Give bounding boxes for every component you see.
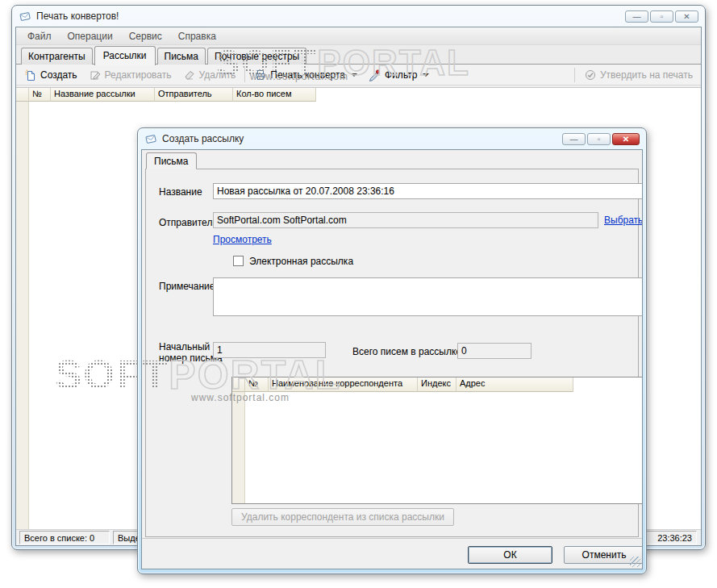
correspondents-header-row: № Наименование корреспондента Индекс Адр… xyxy=(232,377,573,392)
create-mailing-dialog: Создать рассылку — ▫ ✕ Письма Название О… xyxy=(137,127,647,574)
start-number-input[interactable] xyxy=(213,342,326,358)
close-button[interactable]: ✕ xyxy=(675,10,698,23)
filter-button-label: Фильтр xyxy=(385,69,417,81)
dialog-maximize-button[interactable]: ▫ xyxy=(587,133,611,145)
dialog-client-area: Письма Название Отправитель Выбрать Прос… xyxy=(141,149,643,569)
choose-sender-link[interactable]: Выбрать xyxy=(604,215,643,226)
approve-print-button[interactable]: Утвердить на печать xyxy=(579,67,698,83)
total-letters-input[interactable] xyxy=(457,343,531,359)
create-button[interactable]: Создать xyxy=(19,67,82,83)
header-letter-count[interactable]: Кол-во писем xyxy=(233,88,316,102)
note-textarea[interactable] xyxy=(213,277,643,316)
filter-button[interactable]: Фильтр xyxy=(364,67,434,83)
minimize-button[interactable]: — xyxy=(625,10,648,23)
envelope-icon xyxy=(144,132,157,145)
corr-row-selector-column xyxy=(232,392,245,503)
correspondents-table[interactable]: № Наименование корреспондента Индекс Адр… xyxy=(231,377,643,504)
sender-input[interactable] xyxy=(213,212,598,228)
total-letters-label: Всего писем в рассылке xyxy=(352,346,461,357)
printer-icon xyxy=(254,69,267,81)
tab-kontragenty[interactable]: Контрагенты xyxy=(21,48,93,65)
dialog-title: Создать рассылку xyxy=(162,133,557,144)
note-label: Примечание xyxy=(159,281,215,292)
header-selector[interactable] xyxy=(16,88,29,102)
edit-button[interactable]: Редактировать xyxy=(84,67,177,83)
dialog-close-button[interactable]: ✕ xyxy=(612,133,640,145)
menu-help[interactable]: Справка xyxy=(170,29,224,44)
corr-header-index[interactable]: Индекс xyxy=(418,377,456,392)
envelope-icon xyxy=(19,10,31,23)
print-envelope-label: Печать конверта xyxy=(270,69,345,81)
corr-header-address[interactable]: Адрес xyxy=(456,377,573,392)
name-input[interactable] xyxy=(213,183,643,199)
row-selector-column xyxy=(16,88,29,529)
header-sender[interactable]: Отправитель xyxy=(155,88,233,102)
tab-pisma[interactable]: Письма xyxy=(157,48,206,65)
menu-operations[interactable]: Операции xyxy=(60,29,121,44)
email-mailing-checkbox[interactable] xyxy=(233,256,244,266)
edit-button-label: Редактировать xyxy=(105,69,172,81)
corr-header-number[interactable]: № xyxy=(245,377,269,392)
delete-button-label: Удалить xyxy=(199,69,236,81)
approve-stamp-icon xyxy=(584,69,597,81)
dialog-minimize-button[interactable]: — xyxy=(562,133,586,145)
main-toolbar: Создать Редактировать Удалить Печать кон xyxy=(16,65,701,85)
status-time: 23:36:23 xyxy=(645,531,697,544)
edit-pencil-icon xyxy=(89,69,102,81)
menu-file[interactable]: Файл xyxy=(19,29,60,44)
dialog-titlebar[interactable]: Создать рассылку — ▫ ✕ xyxy=(141,128,643,149)
main-tabstrip: Контрагенты Рассылки Письма Почтовые рее… xyxy=(16,45,701,65)
main-titlebar[interactable]: Печать конвертов! — ▫ ✕ xyxy=(15,6,702,27)
menubar: Файл Операции Сервис Справка xyxy=(16,27,701,45)
toolbar-separator xyxy=(574,68,575,82)
delete-icon xyxy=(183,69,196,81)
name-label: Название xyxy=(159,186,202,198)
view-sender-link[interactable]: Просмотреть xyxy=(213,234,272,245)
delete-button[interactable]: Удалить xyxy=(178,67,241,83)
resize-grip[interactable] xyxy=(630,557,640,567)
dialog-tab-letters[interactable]: Письма xyxy=(146,152,197,169)
filter-dropdown-arrow-icon[interactable] xyxy=(423,73,429,77)
main-window-title: Печать конвертов! xyxy=(36,10,620,22)
corr-header-name[interactable]: Наименование корреспондента xyxy=(269,377,418,392)
email-mailing-label: Электронная рассылка xyxy=(249,256,353,267)
header-mailing-name[interactable]: Название рассылки xyxy=(51,88,155,102)
maximize-button[interactable]: ▫ xyxy=(650,10,673,23)
approve-print-label: Утвердить на печать xyxy=(600,69,693,81)
header-number[interactable]: № xyxy=(29,88,51,102)
filter-pen-icon xyxy=(369,69,381,81)
tab-rassylki[interactable]: Рассылки xyxy=(94,46,156,65)
menu-service[interactable]: Сервис xyxy=(121,29,170,44)
tab-pochtovye-reestry[interactable]: Почтовые реестры xyxy=(207,48,306,65)
list-header-row: № Название рассылки Отправитель Кол-во п… xyxy=(16,88,316,102)
remove-correspondent-button[interactable]: Удалить корреспондента из списка рассылк… xyxy=(231,508,454,526)
new-document-icon xyxy=(24,69,37,81)
toolbar-separator xyxy=(244,68,245,82)
corr-header-selector[interactable] xyxy=(232,377,245,392)
ok-button[interactable]: ОК xyxy=(468,546,552,564)
sender-label: Отправитель xyxy=(159,217,218,228)
status-total: Всего в списке: 0 xyxy=(19,531,110,544)
dialog-separator xyxy=(142,538,642,539)
print-dropdown-arrow-icon[interactable] xyxy=(351,73,357,77)
print-envelope-button[interactable]: Печать конверта xyxy=(249,67,362,83)
create-button-label: Создать xyxy=(40,69,77,81)
